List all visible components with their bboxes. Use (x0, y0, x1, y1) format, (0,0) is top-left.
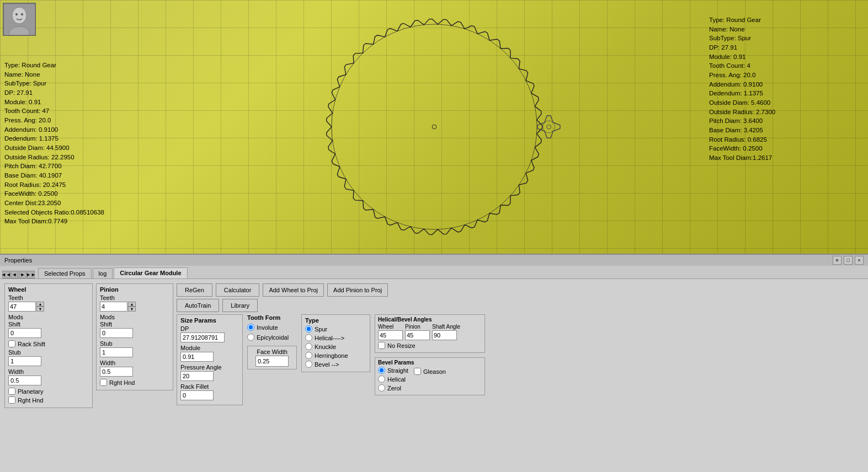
wheel-section: Wheel Teeth ▲ ▼ Mods Shift Rack Sh (4, 283, 93, 408)
wheel-stub-input[interactable] (8, 356, 41, 366)
face-width-input[interactable] (255, 356, 289, 367)
wheel-rack-shift-label: Rack Shift (18, 341, 45, 347)
no-resize-check[interactable] (378, 342, 385, 349)
tooth-form-involute-label: Involute (257, 324, 278, 331)
wheel-stub-label: Stub (8, 349, 89, 356)
wheel-shift-label: Shift (8, 321, 89, 328)
tooth-form-label: Tooth Form (247, 314, 297, 321)
wheel-rack-shift-check[interactable] (8, 340, 15, 347)
wheel-planetary-check[interactable] (8, 388, 15, 395)
module-input[interactable] (180, 352, 214, 362)
shaft-angle-label: Shaft Angle (432, 324, 460, 330)
pinion-teeth-down[interactable]: ▼ (128, 307, 136, 312)
helical-bevel-section: Helical/Bevel Angles Wheel Pinion (375, 314, 485, 353)
nav-prev-button[interactable]: ◄ (10, 271, 18, 278)
type-knuckle-label: Knuckle (315, 344, 336, 350)
props-minimize-button[interactable]: □ (844, 256, 853, 265)
gleason-label: Gleason (423, 368, 446, 375)
pinion-mods-label: Mods (100, 314, 169, 320)
nav-first-button[interactable]: ◄◄ (2, 271, 10, 278)
wheel-teeth-down[interactable]: ▼ (36, 307, 44, 312)
wheel-teeth-label: Teeth (8, 294, 89, 301)
regen-button[interactable]: ReGen (177, 283, 212, 297)
pinion-width-input[interactable] (100, 367, 133, 377)
add-wheel-button[interactable]: Add Wheel to Proj (263, 283, 324, 297)
pinion-stub-input[interactable] (100, 347, 133, 357)
pinion-section: Pinion Teeth ▲ ▼ Mods Shift Stub Width (96, 283, 173, 390)
tooth-form-involute-radio[interactable] (247, 324, 254, 331)
type-bevel-radio[interactable] (305, 361, 312, 368)
gear-container (0, 0, 868, 254)
wheel-mods-label: Mods (8, 314, 89, 320)
dp-label: DP (180, 325, 239, 332)
face-width-section: Face Width (247, 346, 297, 369)
nav-buttons: ◄◄ ◄ ► ►► (2, 271, 35, 278)
props-close-button[interactable]: × (855, 256, 864, 265)
bottom-panel: Properties ≡ □ × ◄◄ ◄ ► ►► Selected Prop… (0, 254, 868, 472)
rack-fillet-input[interactable] (180, 390, 214, 400)
wheel-angle-label: Wheel (378, 324, 403, 330)
wheel-rght-hnd-check[interactable] (8, 396, 15, 404)
nav-last-button[interactable]: ►► (27, 271, 35, 278)
tab-selected-props[interactable]: Selected Props (38, 268, 92, 278)
properties-controls: ≡ □ × (833, 256, 864, 265)
library-button[interactable]: Library (222, 299, 258, 312)
type-helical-label: Helical----> (315, 335, 344, 341)
type-herringbone-radio[interactable] (305, 352, 312, 359)
wheel-label: Wheel (8, 286, 89, 293)
type-bevel-label: Bevel --> (315, 361, 339, 368)
bevel-params-title: Bevel Params (378, 360, 482, 366)
type-section: Type Spur Helical----> Knu (301, 314, 370, 372)
autotrain-button[interactable]: AutoTrain (177, 299, 219, 312)
pressure-angle-label: Pressure Angle (180, 364, 239, 371)
properties-header: Properties ≡ □ × (0, 254, 868, 266)
bevel-zerol-label: Zerol (387, 385, 401, 391)
wheel-angle-input[interactable] (378, 330, 403, 340)
gear-svg (291, 6, 578, 248)
bevel-helical-radio[interactable] (378, 376, 385, 383)
nav-next-button[interactable]: ► (19, 271, 26, 278)
wheel-width-input[interactable] (8, 376, 41, 385)
pressure-angle-input[interactable] (180, 371, 214, 381)
size-params-section: Size Params DP Module Pressure Angle Rac… (177, 314, 243, 405)
tab-circular-gear-module[interactable]: Circular Gear Module (114, 267, 187, 278)
type-spur-radio[interactable] (305, 325, 312, 332)
tooth-form-epicycloidal-radio[interactable] (247, 334, 254, 341)
bevel-straight-label: Straight (387, 367, 408, 374)
gleason-check[interactable] (414, 368, 421, 375)
main-content: Wheel Teeth ▲ ▼ Mods Shift Rack Sh (0, 279, 868, 472)
dp-input[interactable] (180, 332, 225, 342)
bevel-straight-radio[interactable] (378, 367, 385, 374)
bevel-zerol-radio[interactable] (378, 384, 385, 391)
svg-point-6 (432, 125, 436, 129)
pinion-shift-input[interactable] (100, 328, 133, 338)
pinion-teeth-input[interactable] (100, 302, 127, 312)
type-spur-label: Spur (315, 326, 327, 332)
pinion-teeth-up[interactable]: ▲ (128, 302, 136, 307)
module-label: Module (180, 345, 239, 351)
type-knuckle-radio[interactable] (305, 343, 312, 350)
no-resize-label: No Resize (387, 342, 416, 349)
wheel-shift-input[interactable] (8, 328, 41, 338)
wheel-width-label: Width (8, 368, 89, 375)
wheel-teeth-input[interactable] (8, 302, 36, 312)
props-pin-button[interactable]: ≡ (833, 256, 842, 265)
wheel-teeth-up[interactable]: ▲ (36, 302, 44, 307)
type-helical-radio[interactable] (305, 334, 312, 341)
pinion-rght-hnd-check[interactable] (100, 379, 107, 386)
tab-bar: ◄◄ ◄ ► ►► Selected Props log Circular Ge… (0, 266, 868, 279)
shaft-angle-input[interactable] (432, 330, 457, 340)
bevel-helical-label: Helical (387, 376, 406, 383)
properties-title: Properties (4, 257, 32, 264)
pinion-rght-hnd-label: Rght Hnd (109, 379, 135, 386)
pinion-angle-input[interactable] (405, 330, 430, 340)
bevel-params-section: Bevel Params Straight (375, 357, 485, 395)
pinion-teeth-label: Teeth (100, 294, 169, 301)
svg-point-8 (546, 125, 551, 129)
tooth-form-epicycloidal-label: Epicylcoidal (257, 334, 289, 341)
tab-log[interactable]: log (93, 268, 113, 278)
add-pinion-button[interactable]: Add Pinion to Proj (327, 283, 388, 297)
pinion-shift-label: Shift (100, 321, 169, 328)
calculator-button[interactable]: Calculator (216, 283, 260, 297)
helical-bevel-title: Helical/Bevel Angles (378, 317, 482, 323)
